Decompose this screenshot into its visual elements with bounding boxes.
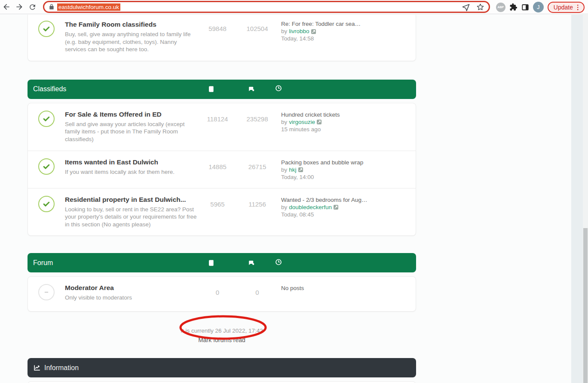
last-post-clock-icon <box>275 259 282 266</box>
forward-button[interactable] <box>13 1 26 13</box>
extensions-puzzle-icon[interactable] <box>509 3 518 11</box>
forum-description: If you want items locally ask for them h… <box>65 168 198 176</box>
external-link-icon[interactable] <box>311 29 316 34</box>
reload-button[interactable] <box>26 1 39 13</box>
last-post-time: Today, 14:58 <box>281 35 416 42</box>
mark-forums-read-link[interactable]: Mark forums read <box>198 337 245 344</box>
section-title: Information <box>41 364 79 372</box>
section-title: Classifieds <box>28 85 192 93</box>
forward-icon <box>15 3 24 11</box>
current-time-text: It is currently 26 Jul 2022, 17:42 <box>28 327 416 334</box>
vertical-scrollbar[interactable] <box>583 15 588 383</box>
address-bar[interactable]: eastdulwichforum.co.uk <box>43 1 490 13</box>
update-label: Update <box>554 4 573 11</box>
menu-dots-icon[interactable]: ⋮ <box>575 3 581 11</box>
unread-check-icon <box>38 21 55 37</box>
unread-check-icon <box>38 196 55 212</box>
section-header-classifieds: Classifieds <box>28 80 416 99</box>
unread-check-icon <box>38 158 55 175</box>
bookmark-star-icon[interactable] <box>476 3 484 11</box>
forum-footer: It is currently 26 Jul 2022, 17:42 Mark … <box>28 327 416 344</box>
topics-count: 118124 <box>198 103 237 123</box>
last-post-user[interactable]: livrobbo <box>289 28 309 35</box>
no-new-posts-icon <box>38 284 55 300</box>
forum-row-family-room[interactable]: The Family Room classifieds Buy, sell, g… <box>28 15 416 61</box>
forum-description: Buy, sell, give away anything related to… <box>65 31 198 53</box>
send-icon[interactable] <box>462 3 470 11</box>
forum-description: Only visible to moderators <box>65 294 198 302</box>
posts-count: 0 <box>237 277 278 296</box>
classifieds-card: For Sale & Items Offered in ED Sell and … <box>28 103 416 236</box>
posts-count: 235298 <box>237 103 278 123</box>
forum-row-for-sale[interactable]: For Sale & Items Offered in ED Sell and … <box>28 103 416 151</box>
no-posts-label: No posts <box>281 285 416 292</box>
last-post-user[interactable]: virgosuzie <box>289 119 315 126</box>
forum-title[interactable]: The Family Room classifieds <box>65 20 198 29</box>
topics-book-icon <box>208 259 215 266</box>
forum-title[interactable]: For Sale & Items Offered in ED <box>65 110 198 119</box>
last-post-title[interactable]: Re: For free: Toddler car sea… <box>281 21 416 28</box>
section-title: Forum <box>28 259 192 267</box>
by-label: by <box>281 119 287 126</box>
section-header-forum: Forum <box>28 253 416 272</box>
reload-icon <box>28 3 37 11</box>
last-post-time: 15 minutes ago <box>281 126 416 133</box>
topics-count: 14885 <box>198 151 237 170</box>
forum-row-items-wanted[interactable]: Items wanted in East Dulwich If you want… <box>28 151 416 188</box>
posts-count: 102504 <box>237 15 278 32</box>
posts-count: 26715 <box>237 151 278 170</box>
last-post-clock-icon <box>275 85 282 92</box>
information-card: Statistics <box>28 381 416 383</box>
lock-icon <box>49 4 55 10</box>
last-post-user[interactable]: hkj <box>289 167 296 173</box>
page-margin-strip <box>571 15 583 383</box>
posts-chat-icon <box>248 86 255 93</box>
external-link-icon[interactable] <box>298 167 303 172</box>
forum-row-moderator-area[interactable]: Moderator Area Only visible to moderator… <box>28 277 416 311</box>
back-icon <box>2 3 11 11</box>
by-label: by <box>281 204 287 211</box>
adblock-extension-icon[interactable]: ABP <box>496 3 505 12</box>
back-button[interactable] <box>0 1 13 13</box>
section-header-information: Information <box>28 358 416 377</box>
forum-description: Looking to buy, sell or rent in the SE22… <box>65 206 198 229</box>
topics-count: 59848 <box>198 15 237 32</box>
forum-card: Moderator Area Only visible to moderator… <box>28 276 416 312</box>
external-link-icon[interactable] <box>317 120 322 124</box>
scrollbar-thumb[interactable] <box>583 228 588 383</box>
external-link-icon[interactable] <box>334 205 338 210</box>
side-panel-icon[interactable] <box>521 3 529 11</box>
by-label: by <box>281 28 287 35</box>
topics-count: 5965 <box>198 188 237 208</box>
chrome-update-button[interactable]: Update ⋮ <box>548 2 585 13</box>
forum-page: The Family Room classifieds Buy, sell, g… <box>0 15 571 383</box>
last-post-title[interactable]: Wanted - 2/3 bedrooms for Aug… <box>281 197 416 204</box>
topics-count: 0 <box>198 277 237 296</box>
forum-row-residential-property[interactable]: Residential property in East Dulwich... … <box>28 188 416 236</box>
last-post-time: Today, 08:45 <box>281 211 416 218</box>
posts-count: 11256 <box>237 188 278 208</box>
forum-title[interactable]: Items wanted in East Dulwich <box>65 158 198 167</box>
statistics-chart-icon <box>34 364 41 371</box>
browser-toolbar: eastdulwichforum.co.uk ABP J Update ⋮ <box>0 0 588 14</box>
posts-chat-icon <box>248 259 255 266</box>
last-post-title[interactable]: Hundred cricket tickets <box>281 111 416 118</box>
family-room-card: The Family Room classifieds Buy, sell, g… <box>28 15 416 61</box>
profile-avatar[interactable]: J <box>533 2 544 12</box>
last-post-title[interactable]: Packing boxes and bubble wrap <box>281 159 416 166</box>
forum-title[interactable]: Residential property in East Dulwich... <box>65 195 198 204</box>
forum-title[interactable]: Moderator Area <box>65 283 198 292</box>
forum-description: Sell and give away your articles locally… <box>65 120 198 143</box>
last-post-user[interactable]: doubledeckerfun <box>289 204 332 211</box>
unread-check-icon <box>38 111 55 127</box>
topics-book-icon <box>208 86 215 93</box>
by-label: by <box>281 167 287 173</box>
last-post-time: Today, 14:00 <box>281 174 416 181</box>
url-text[interactable]: eastdulwichforum.co.uk <box>57 3 120 11</box>
